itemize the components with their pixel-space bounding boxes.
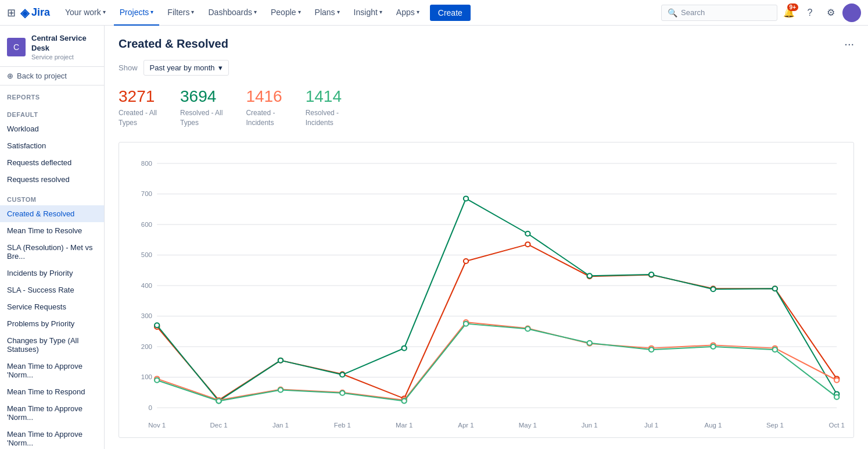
stat-number-created-all: 3271 <box>119 87 157 106</box>
stat-resolved-all: 3694 Resolved - AllTypes <box>180 87 223 128</box>
svg-point-74 <box>649 347 654 352</box>
project-icon: C <box>7 38 26 56</box>
svg-point-77 <box>834 394 839 399</box>
gear-icon: ⚙ <box>827 7 835 18</box>
svg-text:0: 0 <box>149 404 152 411</box>
default-section-label: DEFAULT <box>0 103 104 120</box>
svg-point-52 <box>773 286 777 291</box>
sidebar-item-satisfaction[interactable]: Satisfaction <box>0 137 104 154</box>
sidebar-item-incidents-priority[interactable]: Incidents by Priority <box>0 265 104 281</box>
your-work-nav[interactable]: Your work ▾ <box>59 0 112 26</box>
create-button[interactable]: Create <box>430 5 471 21</box>
svg-text:Dec 1: Dec 1 <box>210 422 228 429</box>
show-row: Show Past year by month ▾ <box>119 60 854 76</box>
svg-point-42 <box>155 323 159 327</box>
svg-point-70 <box>401 398 406 403</box>
svg-point-50 <box>649 272 654 277</box>
sidebar-item-requests-deflected[interactable]: Requests deflected <box>0 154 104 171</box>
sidebar-item-changes-type[interactable]: Changes by Type (All Statuses) <box>0 332 104 358</box>
svg-point-51 <box>711 287 715 291</box>
sidebar-item-mean-time-approve3[interactable]: Mean Time to Approve 'Norm... <box>0 426 104 449</box>
svg-text:Feb 1: Feb 1 <box>334 422 351 429</box>
svg-point-35 <box>464 259 468 263</box>
svg-point-68 <box>278 387 283 392</box>
svg-point-45 <box>340 372 345 377</box>
people-nav[interactable]: People ▾ <box>265 0 307 26</box>
page-title: Created & Resolved <box>119 37 228 51</box>
sidebar-item-mean-time-approve2[interactable]: Mean Time to Approve 'Norm... <box>0 400 104 426</box>
custom-section-label: CUSTOM <box>0 188 104 205</box>
back-to-project-button[interactable]: ⊕ Back to project <box>0 67 104 85</box>
show-dropdown[interactable]: Past year by month ▾ <box>144 60 229 76</box>
page-header: Created & Resolved ··· <box>119 37 854 51</box>
sidebar-item-workload[interactable]: Workload <box>0 120 104 137</box>
user-avatar[interactable] <box>842 3 861 22</box>
search-input[interactable]: 🔍 Search <box>661 5 777 21</box>
filters-nav[interactable]: Filters ▾ <box>162 0 200 26</box>
sidebar-item-sla-resolution[interactable]: SLA (Resolution) - Met vs Bre... <box>0 239 104 265</box>
svg-point-46 <box>401 345 406 350</box>
svg-point-67 <box>216 398 221 403</box>
svg-text:800: 800 <box>141 160 152 167</box>
svg-point-47 <box>464 196 468 201</box>
svg-text:Nov 1: Nov 1 <box>148 422 166 429</box>
svg-point-36 <box>525 242 530 247</box>
sidebar-item-requests-resolved[interactable]: Requests resolved <box>0 171 104 188</box>
sidebar-item-problems-priority[interactable]: Problems by Priority <box>0 315 104 332</box>
sidebar-item-sla-success[interactable]: SLA - Success Rate <box>0 281 104 298</box>
notifications-button[interactable]: 🔔 9+ <box>780 3 798 22</box>
stat-created-incidents: 1416 Created -Incidents <box>246 87 282 128</box>
settings-button[interactable]: ⚙ <box>822 3 840 22</box>
stat-label-resolved-incidents: Resolved -Incidents <box>306 108 342 128</box>
grid-icon[interactable]: ⊞ <box>7 6 16 19</box>
svg-point-73 <box>587 340 592 345</box>
apps-nav[interactable]: Apps ▾ <box>390 0 425 26</box>
sidebar-item-mean-time-resolve[interactable]: Mean Time to Resolve <box>0 222 104 239</box>
project-name: Central Service Desk <box>31 34 97 54</box>
svg-text:600: 600 <box>141 221 152 228</box>
jira-logo[interactable]: ◈ Jira <box>20 6 50 20</box>
projects-nav[interactable]: Projects ▾ <box>114 0 160 26</box>
insight-nav[interactable]: Insight ▾ <box>348 0 388 26</box>
svg-text:300: 300 <box>141 312 152 319</box>
line-chart: 0100200300400500600700800Nov 1Dec 1Jan 1… <box>124 152 849 431</box>
svg-text:Jan 1: Jan 1 <box>272 422 289 429</box>
reports-section-label: Reports <box>0 85 104 103</box>
stat-label-created-all: Created - AllTypes <box>119 108 157 128</box>
search-icon: 🔍 <box>668 8 677 17</box>
svg-point-48 <box>525 231 530 236</box>
svg-text:Sep 1: Sep 1 <box>766 422 784 429</box>
svg-text:Jul 1: Jul 1 <box>644 422 658 429</box>
sidebar-item-mean-time-approve1[interactable]: Mean Time to Approve 'Norm... <box>0 358 104 383</box>
stats-row: 3271 Created - AllTypes 3694 Resolved - … <box>119 87 854 128</box>
svg-text:200: 200 <box>141 343 152 350</box>
svg-text:Jun 1: Jun 1 <box>582 422 598 429</box>
stat-number-resolved-incidents: 1414 <box>306 87 342 106</box>
svg-point-75 <box>711 344 715 349</box>
sidebar-item-mean-time-respond[interactable]: Mean Time to Respond <box>0 383 104 400</box>
dashboards-nav[interactable]: Dashboards ▾ <box>202 0 263 26</box>
sidebar-item-created-resolved[interactable]: Created & Resolved <box>0 205 104 222</box>
stat-label-created-incidents: Created -Incidents <box>246 108 282 128</box>
svg-point-44 <box>278 358 283 362</box>
stat-number-resolved-all: 3694 <box>180 87 223 106</box>
sidebar-project: C Central Service Desk Service project <box>0 26 104 67</box>
sidebar: C Central Service Desk Service project ⊕… <box>0 26 105 449</box>
stat-number-created-incidents: 1416 <box>246 87 282 106</box>
svg-point-65 <box>834 377 839 382</box>
svg-text:Mar 1: Mar 1 <box>396 422 413 429</box>
more-options-button[interactable]: ··· <box>844 37 854 51</box>
help-button[interactable]: ? <box>801 3 819 22</box>
svg-text:Apr 1: Apr 1 <box>458 422 474 429</box>
plans-nav[interactable]: Plans ▾ <box>309 0 346 26</box>
sidebar-item-service-requests[interactable]: Service Requests <box>0 298 104 315</box>
svg-point-49 <box>587 273 592 278</box>
svg-text:500: 500 <box>141 251 152 258</box>
svg-text:May 1: May 1 <box>519 422 537 429</box>
svg-text:Oct 1: Oct 1 <box>829 422 845 429</box>
stat-resolved-incidents: 1414 Resolved -Incidents <box>306 87 342 128</box>
show-label: Show <box>119 63 138 72</box>
chevron-down-icon: ▾ <box>218 63 223 72</box>
help-icon: ? <box>808 8 813 18</box>
svg-point-71 <box>464 321 468 326</box>
